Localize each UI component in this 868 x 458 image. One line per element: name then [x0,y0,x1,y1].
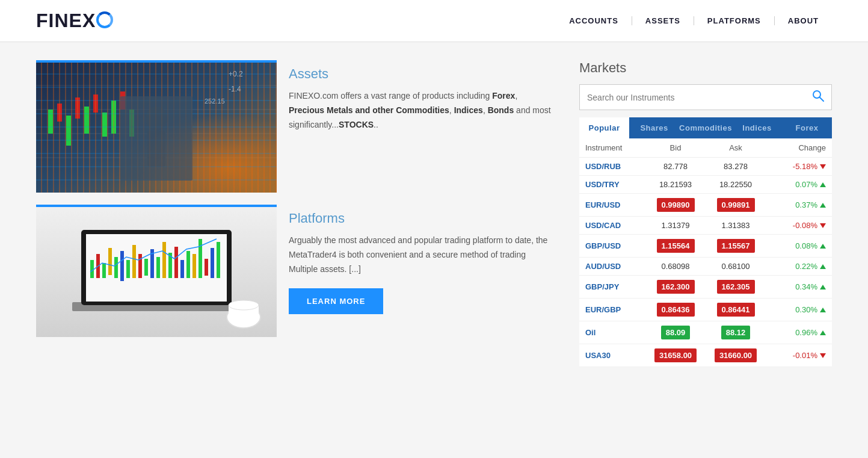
ask-cell: 0.68100 [706,262,766,271]
change-text: 0.37% [795,200,817,209]
arrow-down-icon [820,223,826,228]
svg-rect-20 [36,63,277,193]
instrument-name[interactable]: USD/CAD [585,221,645,230]
nav-accounts[interactable]: ACCOUNTS [556,16,632,25]
instrument-name[interactable]: USD/TRY [585,180,645,189]
main-content: +0.2 -1.4 252.15 [0,42,868,385]
change-value: -0.01% [766,351,826,360]
logo-o-icon [96,11,113,28]
ask-value: 0.99891 [717,198,755,212]
col-change: Change [766,143,826,152]
nav-about[interactable]: ABOUT [775,16,832,25]
ask-value: 18.22550 [719,180,752,189]
svg-text:-1.4: -1.4 [229,85,241,93]
ask-value: 83.278 [724,162,748,171]
arrow-up-icon [820,244,826,249]
svg-rect-43 [192,254,196,278]
bid-cell: 0.99890 [645,198,706,212]
svg-rect-0 [36,63,277,193]
bid-value: 0.86436 [657,303,695,317]
bid-value: 31658.00 [654,348,697,362]
assets-description: FINEXO.com offers a vast range of produc… [289,89,555,132]
change-value: 0.07% [766,180,826,189]
change-value: 0.08% [766,241,826,250]
change-value: -5.18% [766,162,826,171]
table-row: EUR/USD 0.99890 0.99891 0.37% [579,194,832,217]
instrument-name[interactable]: Oil [585,328,645,337]
table-row: EUR/GBP 0.86436 0.86441 0.30% [579,299,832,321]
platforms-card: Platforms Arguably the most advanced and… [36,205,555,337]
search-input[interactable] [587,93,812,102]
bid-cell: 0.68098 [645,262,706,271]
arrow-up-icon [820,285,826,289]
bid-value: 0.68098 [662,262,690,271]
instrument-name[interactable]: AUD/USD [585,262,645,271]
learn-more-button[interactable]: LEARN MORE [289,288,383,314]
nav-platforms[interactable]: PLATFORMS [694,16,775,25]
change-value: 0.30% [766,305,826,314]
ask-value: 31660.00 [715,348,757,362]
bid-cell: 18.21593 [645,180,706,189]
svg-rect-19 [147,131,165,167]
svg-rect-37 [156,257,160,278]
tab-shares[interactable]: Shares [629,117,679,138]
platforms-image [36,205,277,337]
svg-rect-29 [108,248,112,275]
logo-text: FINEX [36,10,96,32]
svg-rect-14 [102,113,107,137]
bid-cell: 1.31379 [645,221,706,230]
ask-cell: 0.86441 [706,303,766,317]
svg-point-50 [229,300,259,310]
svg-point-51 [813,91,820,98]
instrument-name[interactable]: USD/RUB [585,162,645,171]
tab-commodities[interactable]: Commodities [679,117,732,138]
svg-rect-11 [75,97,80,119]
instrument-name[interactable]: GBP/USD [585,241,645,250]
svg-rect-32 [126,260,130,278]
logo: FINEX [36,10,113,32]
bid-value: 1.31379 [662,221,690,230]
tab-indices[interactable]: Indices [732,117,782,138]
assets-title: Assets [289,66,555,82]
instrument-name[interactable]: EUR/GBP [585,305,645,314]
nav-assets[interactable]: ASSETS [632,16,694,25]
main-nav: ACCOUNTS ASSETS PLATFORMS ABOUT [556,16,832,25]
market-table: USD/RUB 82.778 83.278 -5.18% USD/TRY 18.… [579,158,832,367]
ask-cell: 83.278 [706,162,766,171]
bid-value: 88.09 [661,326,691,339]
svg-rect-40 [174,247,178,278]
svg-rect-34 [138,254,142,278]
instrument-name[interactable]: GBP/JPY [585,282,645,291]
assets-card: +0.2 -1.4 252.15 [36,60,555,193]
table-row: USD/CAD 1.31379 1.31383 -0.08% [579,217,832,235]
svg-rect-33 [132,245,136,278]
arrow-up-icon [820,330,826,335]
bid-cell: 88.09 [645,326,706,339]
bid-cell: 162.300 [645,280,706,294]
svg-line-52 [820,97,823,101]
ask-cell: 1.15567 [706,239,766,253]
tab-popular[interactable]: Popular [579,117,629,138]
ask-value: 0.68100 [722,262,750,271]
platforms-title: Platforms [289,211,555,226]
bid-cell: 31658.00 [645,348,706,362]
assets-content: Assets FINEXO.com offers a vast range of… [289,60,555,132]
instrument-name[interactable]: EUR/USD [585,200,645,209]
instrument-name[interactable]: USA30 [585,351,645,360]
table-row: AUD/USD 0.68098 0.68100 0.22% [579,258,832,276]
change-value: -0.08% [766,221,826,230]
markets-title: Markets [579,60,832,76]
tab-forex[interactable]: Forex [782,117,832,138]
change-value: 0.37% [766,200,826,209]
svg-text:+0.2: +0.2 [229,70,243,78]
change-value: 0.22% [766,262,826,271]
svg-rect-8 [48,110,53,134]
svg-rect-41 [180,260,184,278]
platforms-description: Arguably the most advanced and popular t… [289,234,555,276]
arrow-down-icon [820,164,826,169]
ask-value: 0.86441 [717,303,755,317]
search-icon[interactable] [812,90,824,105]
arrow-up-icon [820,308,826,312]
bid-value: 162.300 [657,280,695,294]
change-text: -5.18% [793,162,817,171]
